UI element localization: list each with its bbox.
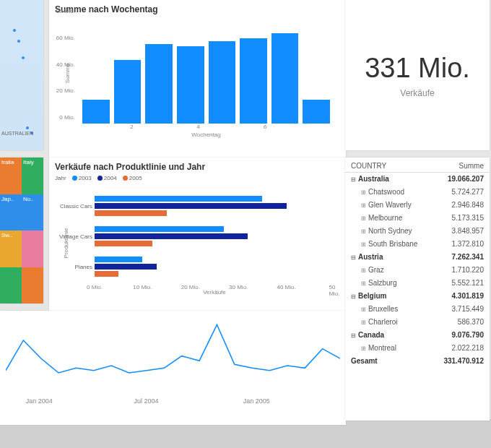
expand-icon[interactable]: ⊞ (361, 187, 368, 198)
table-row[interactable]: ⊟Canada9.076.790 (345, 329, 490, 342)
row-value: 2.022.218 (433, 343, 484, 354)
row-value: 3.848.957 (433, 225, 484, 237)
hbar-row: Classic Cars (95, 193, 334, 219)
bar[interactable] (303, 100, 330, 124)
line-x-tick: Jan 2005 (243, 397, 270, 405)
hbar-chart-title: Verkäufe nach Produktlinie und Jahr (55, 162, 340, 172)
hbar-chart-visual[interactable]: Verkäufe nach Produktlinie und Jahr Jahr… (49, 158, 346, 312)
treemap-blocks: traliaItalyJap..No..Sw.. (0, 158, 43, 303)
hbar-row: Vintage Cars (95, 223, 334, 249)
table-row[interactable]: ⊞Chatswood5.724.277 (345, 186, 490, 199)
table-row[interactable]: ⊟Australia19.066.207 (345, 173, 490, 186)
line-chart-visual[interactable]: Jan 2004 Jul 2004 Jan 2005 (0, 311, 346, 425)
table-row[interactable]: ⊞Charleroi586.370 (345, 316, 490, 329)
collapse-icon[interactable]: ⊟ (351, 330, 358, 341)
treemap-block[interactable]: No.. (22, 194, 43, 231)
expand-icon[interactable]: ⊞ (361, 200, 368, 211)
bar[interactable] (177, 46, 204, 124)
hbar[interactable] (95, 226, 224, 232)
row-name: Chatswood (368, 188, 404, 196)
hx-tick: 10 Mio. (133, 284, 152, 290)
collapse-icon[interactable]: ⊟ (351, 291, 358, 302)
hbar-row: Planes (95, 254, 334, 280)
table-row[interactable]: ⊞Salzburg5.552.121 (345, 277, 490, 290)
kpi-card[interactable]: 331 Mio. Verkäufe (345, 0, 490, 150)
col-summe[interactable]: Summe (433, 162, 484, 170)
expand-icon[interactable]: ⊞ (361, 278, 368, 289)
bar[interactable] (240, 38, 267, 124)
legend-2004: 2004 (104, 175, 117, 181)
collapse-icon[interactable]: ⊟ (351, 174, 358, 185)
hbar[interactable] (95, 203, 287, 209)
table-row[interactable]: ⊞Graz1.710.220 (345, 264, 490, 277)
row-name: South Brisbane (368, 240, 417, 248)
bars-group (78, 17, 334, 124)
expand-icon[interactable]: ⊞ (361, 226, 368, 237)
table-row[interactable]: ⊟Austria7.262.341 (345, 251, 490, 264)
treemap-block[interactable]: Jap.. (0, 194, 22, 231)
bar[interactable] (271, 33, 299, 124)
hbar-plot: Produktlinie 0 Mio. 10 Mio. 20 Mio. 30 M… (95, 186, 334, 294)
table-row[interactable]: ⊞South Brisbane1.372.810 (345, 238, 490, 251)
expand-icon[interactable]: ⊞ (361, 239, 368, 250)
hbar[interactable] (95, 210, 167, 216)
map-visual[interactable]: AUSTRALIEN (0, 0, 43, 150)
treemap-block[interactable]: Sw.. (0, 231, 22, 267)
map-label-australia: AUSTRALIEN (1, 131, 33, 136)
hbar-category-label: Classic Cars (55, 203, 92, 210)
hbar[interactable] (95, 233, 248, 239)
line-x-tick: Jul 2004 (134, 397, 158, 405)
row-name: Montreal (368, 344, 396, 352)
collapse-icon[interactable]: ⊟ (351, 252, 358, 263)
expand-icon[interactable]: ⊞ (361, 343, 368, 354)
bar-x-axis: 2 4 6 Wochentag (78, 124, 334, 137)
x-tick: 2 (130, 124, 133, 130)
row-name: Salzburg (368, 279, 396, 287)
hx-tick: 20 Mio. (181, 284, 200, 290)
row-value: 5.173.315 (433, 212, 484, 224)
legend-2005: 2005 (129, 175, 142, 181)
map-point-icon (17, 40, 20, 43)
expand-icon[interactable]: ⊞ (361, 265, 368, 276)
hbar[interactable] (95, 241, 152, 246)
table-row[interactable]: ⊞Glen Waverly2.946.848 (345, 199, 490, 212)
table-body: ⊟Australia19.066.207⊞Chatswood5.724.277⊞… (345, 173, 490, 355)
treemap-visual[interactable]: traliaItalyJap..No..Sw.. (0, 158, 43, 303)
matrix-visual[interactable]: COUNTRY Summe ⊟Australia19.066.207⊞Chats… (345, 158, 490, 421)
table-row[interactable]: ⊞Montreal2.022.218 (345, 342, 490, 355)
treemap-block[interactable]: tralia (0, 158, 22, 194)
expand-icon[interactable]: ⊞ (361, 213, 368, 224)
bar[interactable] (145, 44, 173, 124)
legend-swatch-icon (123, 176, 128, 181)
treemap-block[interactable] (22, 231, 43, 267)
kpi-label: Verkäufe (400, 88, 434, 98)
table-total-row: Gesamt 331.470.912 (345, 355, 490, 367)
table-header: COUNTRY Summe (345, 162, 490, 173)
hx-tick: 50 Mio. (329, 284, 339, 297)
bar[interactable] (114, 60, 142, 124)
expand-icon[interactable]: ⊞ (361, 317, 368, 328)
treemap-block[interactable]: Italy (22, 158, 43, 194)
y-tick: 40 Mio. (56, 61, 75, 67)
table-row[interactable]: ⊞North Sydney3.848.957 (345, 225, 490, 238)
hbar[interactable] (95, 271, 118, 277)
treemap-block[interactable] (22, 267, 43, 304)
hbar[interactable] (95, 196, 262, 202)
hbar[interactable] (95, 257, 142, 262)
bar[interactable] (82, 100, 110, 124)
hbar-category-label: Planes (55, 264, 92, 270)
hbar[interactable] (95, 264, 157, 270)
map-point-icon (22, 56, 25, 59)
table-row[interactable]: ⊟Belgium4.301.819 (345, 290, 490, 303)
row-value: 19.066.207 (433, 173, 484, 185)
col-country[interactable]: COUNTRY (351, 162, 433, 170)
bar[interactable] (209, 41, 236, 124)
table-row[interactable]: ⊞Melbourne5.173.315 (345, 212, 490, 225)
bar-chart-visual[interactable]: Summe nach Wochentag Summe 0 Mio. 20 Mio… (49, 0, 346, 159)
dashboard: AUSTRALIEN Summe nach Wochentag Summe 0 … (0, 0, 491, 419)
table-row[interactable]: ⊞Bruxelles3.715.449 (345, 303, 490, 316)
row-name: Canada (358, 331, 384, 339)
y-tick: 0 Mio. (59, 114, 75, 121)
treemap-block[interactable] (0, 267, 22, 304)
expand-icon[interactable]: ⊞ (361, 304, 368, 315)
